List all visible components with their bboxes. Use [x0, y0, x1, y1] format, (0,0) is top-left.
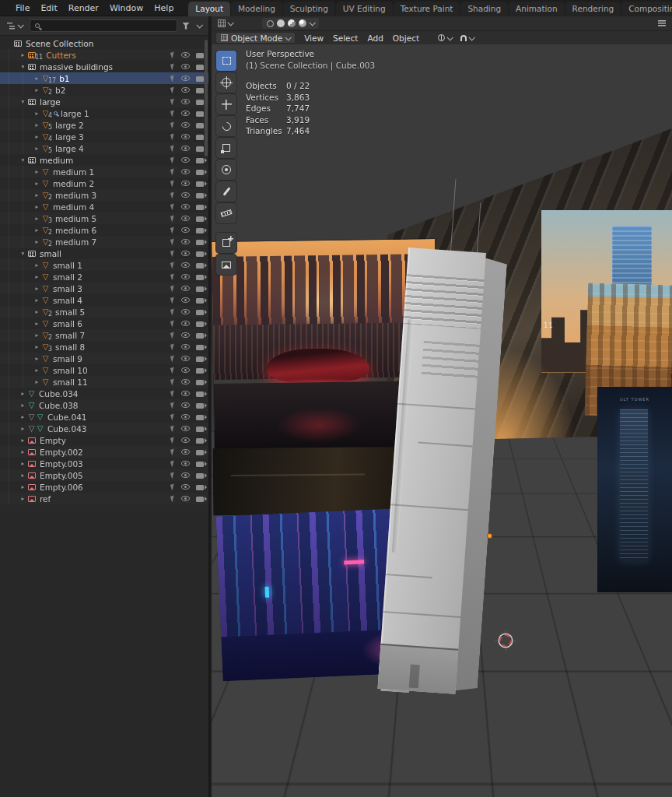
- selectable-toggle-icon[interactable]: [170, 390, 176, 397]
- shading-solid-icon[interactable]: [277, 19, 285, 27]
- expand-arrow-icon[interactable]: ▸: [33, 364, 41, 376]
- selectable-toggle-icon[interactable]: [170, 378, 176, 385]
- menu-edit[interactable]: Edit: [35, 2, 62, 15]
- hide-render-toggle-icon[interactable]: [196, 146, 204, 152]
- outliner-row-cube-043[interactable]: ▸▽▽Cube.043: [0, 423, 208, 434]
- outliner-row-b2[interactable]: ▸▽2b2: [0, 84, 208, 96]
- hide-render-toggle-icon[interactable]: [196, 380, 204, 385]
- selectable-toggle-icon[interactable]: [170, 191, 176, 198]
- expand-arrow-icon[interactable]: ▸: [19, 399, 27, 411]
- outliner-row-medium-6[interactable]: ▸▽2medium 6: [0, 224, 208, 236]
- hide-viewport-toggle-icon[interactable]: [181, 87, 190, 93]
- hide-render-toggle-icon[interactable]: [196, 275, 204, 280]
- hide-viewport-toggle-icon[interactable]: [181, 309, 190, 314]
- selectable-toggle-icon[interactable]: [170, 413, 176, 420]
- tool-rotate-button[interactable]: [216, 116, 236, 136]
- selectable-toggle-icon[interactable]: [170, 98, 176, 105]
- workspace-tab-compositing[interactable]: Compositing: [621, 2, 672, 16]
- selectable-toggle-icon[interactable]: [170, 285, 176, 292]
- selectable-toggle-icon[interactable]: [170, 495, 176, 502]
- hide-viewport-toggle-icon[interactable]: [181, 251, 190, 256]
- outliner-row-small-9[interactable]: ▸▽small 9: [0, 353, 208, 364]
- hide-render-toggle-icon[interactable]: [196, 356, 204, 362]
- expand-arrow-icon[interactable]: ▸: [33, 224, 41, 236]
- tool-cursor-button[interactable]: [216, 72, 236, 93]
- hide-render-toggle-icon[interactable]: [196, 497, 204, 502]
- selectable-toggle-icon[interactable]: [170, 262, 176, 269]
- hide-render-toggle-icon[interactable]: [196, 427, 204, 432]
- viewport-canvas[interactable]: 11 ULT TOWER: [212, 44, 672, 797]
- expand-arrow-icon[interactable]: ▸: [33, 283, 41, 294]
- selectable-toggle-icon[interactable]: [170, 110, 176, 117]
- hide-render-toggle-icon[interactable]: [196, 228, 204, 233]
- hide-render-toggle-icon[interactable]: [196, 368, 204, 374]
- outliner-row-medium-5[interactable]: ▸▽3medium 5: [0, 212, 208, 224]
- selectable-toggle-icon[interactable]: [170, 448, 176, 455]
- workspace-tab-shading[interactable]: Shading: [460, 2, 508, 16]
- expand-arrow-icon[interactable]: ▸: [33, 236, 41, 248]
- selectable-toggle-icon[interactable]: [170, 332, 176, 339]
- selectable-toggle-icon[interactable]: [170, 133, 176, 140]
- workspace-tab-rendering[interactable]: Rendering: [565, 2, 621, 16]
- hide-render-toggle-icon[interactable]: [196, 216, 204, 222]
- hide-render-toggle-icon[interactable]: [196, 438, 204, 444]
- outliner-row-cutters[interactable]: ▸11Cutters: [0, 49, 208, 61]
- selectable-toggle-icon[interactable]: [170, 343, 176, 350]
- selectable-toggle-icon[interactable]: [170, 355, 176, 362]
- expand-arrow-icon[interactable]: ▸: [33, 376, 41, 388]
- selectable-toggle-icon[interactable]: [170, 273, 176, 280]
- hide-viewport-toggle-icon[interactable]: [181, 111, 190, 116]
- editor-type-button[interactable]: [215, 18, 235, 29]
- selectable-toggle-icon[interactable]: [170, 460, 176, 467]
- hide-render-toggle-icon[interactable]: [196, 65, 204, 70]
- expand-arrow-icon[interactable]: ▸: [19, 481, 27, 493]
- expand-arrow-icon[interactable]: ▸: [19, 446, 27, 458]
- tool-annotate-button[interactable]: [216, 181, 236, 202]
- hide-viewport-toggle-icon[interactable]: [181, 99, 190, 104]
- expand-arrow-icon[interactable]: ▸: [33, 318, 41, 329]
- selectable-toggle-icon[interactable]: [170, 180, 176, 187]
- expand-arrow-icon[interactable]: ▸: [19, 434, 27, 446]
- expand-arrow-icon[interactable]: ▸: [33, 72, 41, 84]
- hide-viewport-toggle-icon[interactable]: [181, 297, 190, 303]
- selectable-toggle-icon[interactable]: [170, 402, 176, 409]
- menu-render[interactable]: Render: [63, 2, 104, 15]
- hide-viewport-toggle-icon[interactable]: [181, 75, 190, 81]
- hide-render-toggle-icon[interactable]: [196, 53, 204, 58]
- selectable-toggle-icon[interactable]: [170, 250, 176, 257]
- expand-arrow-icon[interactable]: ▸: [19, 493, 27, 504]
- hide-render-toggle-icon[interactable]: [196, 321, 204, 327]
- selectable-toggle-icon[interactable]: [170, 437, 176, 444]
- outliner-row-small-4[interactable]: ▸▽small 4: [0, 294, 208, 306]
- expand-arrow-icon[interactable]: ▸: [33, 84, 41, 96]
- viewport-menu-view[interactable]: View: [299, 33, 328, 44]
- expand-arrow-icon[interactable]: ▸: [19, 423, 27, 434]
- hide-viewport-toggle-icon[interactable]: [181, 146, 190, 151]
- outliner-row-empty-003[interactable]: ▸Empty.003: [0, 458, 208, 469]
- hide-render-toggle-icon[interactable]: [196, 170, 204, 175]
- hide-viewport-toggle-icon[interactable]: [181, 204, 190, 209]
- hide-render-toggle-icon[interactable]: [196, 135, 204, 140]
- mode-selector[interactable]: Object Mode: [215, 32, 296, 44]
- outliner-row-medium-1[interactable]: ▸▽medium 1: [0, 166, 208, 177]
- outliner-scrollbar[interactable]: [205, 40, 208, 156]
- selectable-toggle-icon[interactable]: [170, 483, 176, 490]
- hide-viewport-toggle-icon[interactable]: [181, 449, 190, 455]
- outliner-row-scene-collection[interactable]: Scene Collection: [0, 37, 208, 49]
- hide-render-toggle-icon[interactable]: [196, 333, 204, 339]
- selectable-toggle-icon[interactable]: [170, 156, 176, 163]
- outliner-row-b1[interactable]: ▸▽17b1: [0, 72, 208, 84]
- collapse-arrow-icon[interactable]: ▾: [19, 154, 27, 166]
- expand-arrow-icon[interactable]: ▸: [19, 388, 27, 399]
- hide-viewport-toggle-icon[interactable]: [181, 181, 190, 186]
- selectable-toggle-icon[interactable]: [170, 63, 176, 70]
- hide-viewport-toggle-icon[interactable]: [181, 426, 190, 431]
- outliner-row-small-7[interactable]: ▸▽2small 7: [0, 329, 208, 341]
- hide-render-toggle-icon[interactable]: [196, 205, 204, 210]
- outliner-row-cube-041[interactable]: ▸▽▽Cube.041: [0, 411, 208, 423]
- hide-viewport-toggle-icon[interactable]: [181, 286, 190, 291]
- expand-arrow-icon[interactable]: ▸: [19, 411, 27, 423]
- hide-viewport-toggle-icon[interactable]: [181, 402, 190, 408]
- tool-add-cube-button[interactable]: [216, 233, 236, 253]
- outliner-row-empty-005[interactable]: ▸Empty.005: [0, 469, 208, 481]
